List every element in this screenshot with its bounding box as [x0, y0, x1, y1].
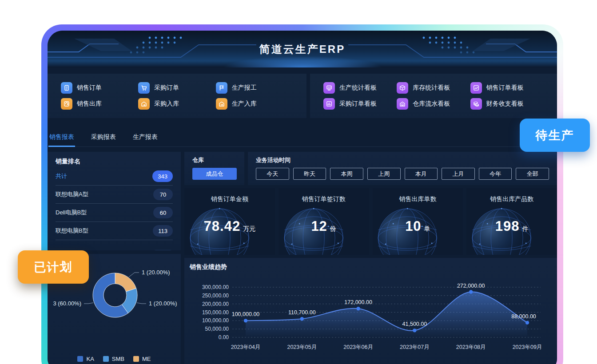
- legend-item-KA[interactable]: KA: [77, 356, 94, 362]
- kpi-card-销售出库单数: 销售出库单数10单: [373, 188, 463, 255]
- menu-item-label: 采购入库: [154, 100, 179, 108]
- tab-生产报表[interactable]: 生产报表: [132, 133, 159, 146]
- ranking-count-badge: 343: [152, 170, 173, 182]
- box-out-icon: [61, 98, 72, 110]
- tab-销售报表[interactable]: 销售报表: [48, 133, 75, 146]
- menu-item-销售订单看板[interactable]: 销售订单看板: [470, 82, 544, 94]
- menu-item-销售出库[interactable]: 销售出库: [61, 98, 138, 110]
- kpi-card-销售订单金额: 销售订单金额78.42万元: [184, 188, 275, 255]
- point-label: 88,000.00: [511, 313, 536, 320]
- sales-trend-title: 销售业绩趋势: [190, 263, 552, 271]
- time-filter-全部[interactable]: 全部: [516, 168, 549, 180]
- menu-item-label: 库存统计看板: [413, 84, 450, 92]
- cart-icon: [138, 82, 150, 94]
- quick-menus: 销售订单采购订单生产报工销售出库采购入库生产入库 生产统计看板库存统计看板销售订…: [48, 74, 557, 118]
- ranking-row[interactable]: 联想电脑B型113: [56, 222, 173, 240]
- status-badge-to-produce[interactable]: 待生产: [520, 119, 590, 152]
- menu-item-label: 销售订单看板: [486, 84, 524, 92]
- point-label: 110,700.00: [288, 309, 316, 316]
- time-filter-今年[interactable]: 今年: [479, 168, 512, 180]
- legend-label: KA: [86, 356, 94, 362]
- ranking-row-partial: [56, 240, 173, 250]
- menu-item-采购订单看板[interactable]: 采购订单看板: [323, 98, 397, 110]
- ranking-count-badge: [153, 250, 173, 251]
- y-tick-label: 200,000.00: [202, 301, 229, 307]
- kpi-cards-row: 销售订单金额78.42万元销售订单签订数12份销售出库单数10单销售出库产品数1…: [184, 188, 557, 255]
- monitor-icon: [323, 82, 335, 94]
- x-tick-label: 2023年07月: [400, 344, 430, 350]
- data-point[interactable]: [469, 290, 473, 293]
- time-filter-本月[interactable]: 本月: [405, 168, 438, 180]
- kpi-value: 78.42: [204, 218, 241, 234]
- sales-trend-panel: 销售业绩趋势 0.0050,000.00100,000.00150,000.00…: [184, 258, 557, 364]
- status-badge-planned[interactable]: 已计划: [18, 250, 89, 284]
- legend-item-SMB[interactable]: SMB: [103, 356, 124, 362]
- sales-ranking-title: 销量排名: [56, 158, 173, 166]
- menu-item-生产统计看板[interactable]: 生产统计看板: [323, 82, 397, 94]
- kpi-unit: 单: [424, 225, 430, 232]
- donut-legend: KASMBME: [48, 356, 181, 362]
- menu-item-库存统计看板[interactable]: 库存统计看板: [397, 82, 470, 94]
- sales-ranking-list: 共计343联想电脑A型70Dell电脑B型60联想电脑B型113: [56, 167, 173, 250]
- data-point[interactable]: [413, 328, 416, 332]
- x-tick-label: 2023年05月: [287, 344, 317, 350]
- donut-label-SMB: 1 (20.00%): [149, 300, 177, 307]
- ranking-row[interactable]: 共计343: [56, 167, 173, 186]
- report-tabs: 销售报表采购报表生产报表: [48, 133, 557, 147]
- data-point[interactable]: [525, 321, 529, 324]
- ranking-count-badge: 60: [153, 207, 173, 218]
- donut-label-ME: 1 (20.00%): [142, 269, 170, 276]
- menu-item-label: 生产入库: [232, 100, 257, 108]
- time-filter-昨天[interactable]: 昨天: [293, 168, 326, 180]
- kpi-value: 12: [311, 218, 327, 234]
- menu-item-采购订单[interactable]: 采购订单: [138, 82, 215, 94]
- kpi-title: 销售出库产品数: [466, 195, 557, 203]
- warehouse-finished-goods-button[interactable]: 成品仓: [192, 168, 237, 180]
- menu-item-生产报工[interactable]: 生产报工: [216, 82, 293, 94]
- donut-slice-ME[interactable]: [115, 273, 136, 292]
- y-tick-label: 150,000.00: [202, 309, 229, 316]
- menu-item-仓库流水看板[interactable]: 仓库流水看板: [397, 98, 470, 110]
- legend-item-ME[interactable]: ME: [133, 356, 151, 362]
- board-menu-panel: 生产统计看板库存统计看板销售订单看板采购订单看板仓库流水看板财务收支看板: [310, 74, 557, 118]
- ranking-row[interactable]: Dell电脑B型60: [56, 204, 173, 222]
- data-point[interactable]: [300, 317, 304, 320]
- menu-item-财务收支看板[interactable]: 财务收支看板: [470, 98, 544, 110]
- tab-采购报表[interactable]: 采购报表: [90, 133, 117, 146]
- menu-item-label: 采购订单看板: [339, 100, 377, 108]
- kpi-card-销售订单签订数: 销售订单签订数12份: [279, 188, 369, 255]
- data-point[interactable]: [356, 307, 360, 310]
- dashboard-frame: 简道云生产ERP 销售订单采购订单生产报工销售出库采购入库生产入库 生产统计看板…: [41, 24, 563, 364]
- time-filter-label: 业务活动时间: [256, 156, 549, 164]
- warehouse-filter-panel: 仓库 成品仓: [184, 152, 244, 185]
- time-filter-panel: 业务活动时间 今天昨天本周上周本月上月今年全部: [248, 152, 557, 185]
- kpi-unit: 万元: [243, 225, 255, 232]
- sales-ranking-panel: 销量排名 共计343联想电脑A型70Dell电脑B型60联想电脑B型113: [48, 152, 181, 250]
- data-point[interactable]: [244, 319, 247, 322]
- y-tick-label: 50,000.00: [205, 326, 229, 332]
- menu-item-销售订单[interactable]: 销售订单: [61, 82, 138, 94]
- menu-item-label: 财务收支看板: [486, 100, 524, 108]
- y-tick-label: 100,000.00: [202, 317, 229, 324]
- menu-item-label: 生产统计看板: [339, 84, 377, 92]
- menu-item-生产入库[interactable]: 生产入库: [216, 98, 293, 110]
- kpi-unit: 份: [330, 225, 336, 232]
- coins-icon: [470, 98, 482, 110]
- time-filter-上周[interactable]: 上周: [367, 168, 401, 180]
- kpi-card-销售出库产品数: 销售出库产品数198件: [466, 188, 557, 255]
- time-filter-本周[interactable]: 本周: [330, 168, 363, 180]
- dashboard: 简道云生产ERP 销售订单采购订单生产报工销售出库采购入库生产入库 生产统计看板…: [48, 31, 557, 364]
- menu-item-采购入库[interactable]: 采购入库: [138, 98, 215, 110]
- warehouse-in-icon: [138, 98, 150, 110]
- y-tick-label: 0.00: [219, 334, 229, 340]
- ranking-row[interactable]: 联想电脑A型70: [56, 186, 173, 204]
- time-filter-上月[interactable]: 上月: [442, 168, 475, 180]
- kpi-title: 销售订单签订数: [279, 195, 369, 203]
- legend-swatch: [103, 356, 109, 362]
- content-area: 销量排名 共计343联想电脑A型70Dell电脑B型60联想电脑B型113 1 …: [48, 152, 557, 364]
- filters-row: 仓库 成品仓 业务活动时间 今天昨天本周上周本月上月今年全部: [184, 152, 557, 185]
- warehouse-icon: [397, 98, 408, 110]
- time-filter-今天[interactable]: 今天: [256, 168, 289, 180]
- y-tick-label: 300,000.00: [202, 284, 229, 290]
- x-tick-label: 2023年04月: [231, 344, 261, 350]
